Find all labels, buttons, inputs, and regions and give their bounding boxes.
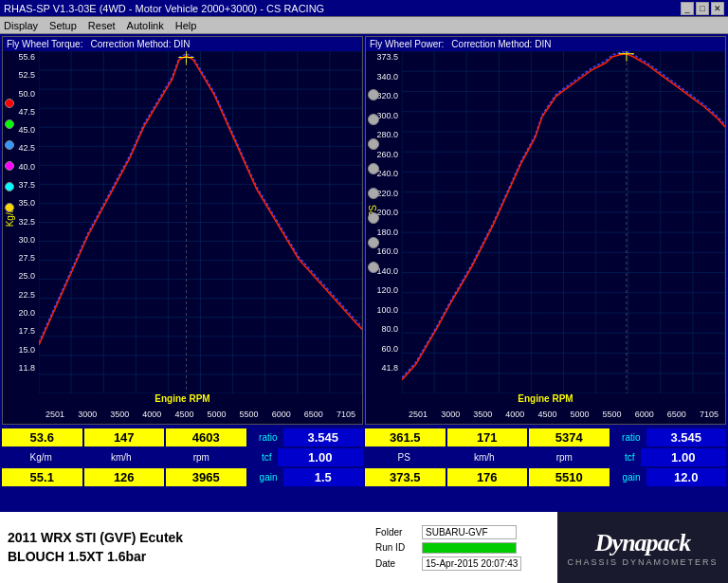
- power-chart-area: 373.5 340.0 320.0 300.0 280.0 260.0 240.…: [366, 51, 725, 393]
- power-peak: 373.5: [365, 468, 446, 486]
- power-dot-6: [368, 212, 379, 224]
- dot-magenta: [5, 161, 14, 171]
- left-data-row1: 53.6 147 4603 ratio 3.545: [2, 428, 363, 446]
- dot-blue: [5, 140, 14, 150]
- folder-label: Folder: [375, 527, 418, 537]
- power-correction: Correction Method: DIN: [451, 39, 551, 49]
- torque-chart: Fly Wheel Torque: Correction Method: DIN…: [2, 36, 363, 425]
- speed-peak-2: 176: [447, 468, 528, 486]
- power-x-axis: 2501 3000 3500 4000 4500 5000 5500 6000 …: [366, 405, 725, 424]
- car-title-line2: BLOUCH 1.5XT 1.6bar: [8, 548, 360, 567]
- power-dot-4: [368, 163, 379, 174]
- close-button[interactable]: ✕: [711, 2, 724, 15]
- right-data-row2: PS km/h rpm tcf 1.00: [365, 448, 726, 466]
- torque-unit-label: Kg/m: [2, 452, 81, 463]
- rpm-peak-1: 3965: [166, 468, 246, 486]
- tcf-label-right: tcf: [606, 452, 639, 463]
- tcf-value-left: 1.00: [278, 448, 364, 466]
- run-id-label: Run ID: [375, 542, 418, 553]
- torque-value: 53.6: [2, 428, 82, 446]
- dot-gold: [5, 203, 14, 212]
- torque-x-axis: 2501 3000 3500 4000 4500 5000 5500 6000 …: [3, 405, 362, 424]
- bottom-data-row: 53.6 147 4603 ratio 3.545 Kg/m km/h rpm …: [0, 427, 728, 512]
- speed-peak-1: 126: [84, 468, 165, 486]
- menu-display[interactable]: Display: [4, 20, 38, 31]
- menu-help[interactable]: Help: [175, 20, 197, 31]
- power-chart: Fly Wheel Power: Correction Method: DIN …: [365, 36, 726, 425]
- power-dot-8: [368, 262, 379, 273]
- power-dot-7: [368, 237, 379, 248]
- title-bar: RHAS-SP V1.3-03E (4WD - Motor Vehicle 20…: [0, 0, 728, 17]
- car-title-line1: 2011 WRX STI (GVF) Ecutek: [8, 529, 360, 548]
- torque-color-dots: [5, 99, 14, 212]
- torque-title: Fly Wheel Torque:: [7, 39, 82, 49]
- charts-row: Fly Wheel Torque: Correction Method: DIN…: [0, 34, 728, 427]
- speed-unit-label-1: km/h: [82, 452, 161, 463]
- menu-reset[interactable]: Reset: [88, 20, 116, 31]
- power-chart-header: Fly Wheel Power: Correction Method: DIN: [366, 37, 725, 51]
- right-data-row1: 361.5 171 5374 ratio 3.545: [365, 428, 726, 446]
- left-data-row3: 55.1 126 3965 gain 1.5: [2, 468, 363, 486]
- torque-correction: Correction Method: DIN: [90, 39, 190, 49]
- gain-value-right: 12.0: [646, 468, 727, 486]
- run-info: Folder SUBARU-GVF Run ID Date 15-Apr-201…: [368, 512, 557, 583]
- run-id-value: [422, 542, 517, 554]
- power-dot-1: [368, 89, 379, 100]
- power-title: Fly Wheel Power:: [370, 39, 444, 49]
- power-dot-2: [368, 114, 379, 125]
- power-dot-5: [368, 188, 379, 199]
- gain-label-right: gain: [611, 472, 645, 483]
- date-label: Date: [375, 558, 418, 569]
- speed-value-1: 147: [84, 428, 165, 446]
- app-title: RHAS-SP V1.3-03E (4WD - Motor Vehicle 20…: [4, 3, 324, 14]
- power-value: 361.5: [365, 428, 446, 446]
- rpm-peak-2: 5510: [529, 468, 610, 486]
- torque-chart-header: Fly Wheel Torque: Correction Method: DIN: [3, 37, 362, 51]
- main-content: Fly Wheel Torque: Correction Method: DIN…: [0, 34, 728, 583]
- left-data-row2: Kg/m km/h rpm tcf 1.00: [2, 448, 363, 466]
- dot-red: [5, 99, 14, 108]
- folder-field: Folder SUBARU-GVF: [375, 525, 550, 539]
- power-canvas: [402, 51, 725, 393]
- gain-label-left: gain: [248, 472, 282, 483]
- ratio-label-right: ratio: [611, 432, 645, 443]
- ratio-value-left: 3.545: [283, 428, 364, 446]
- ratio-label-left: ratio: [248, 432, 282, 443]
- run-id-field: Run ID: [375, 542, 550, 554]
- car-info: 2011 WRX STI (GVF) Ecutek BLOUCH 1.5XT 1…: [0, 512, 368, 583]
- tcf-label-left: tcf: [243, 452, 276, 463]
- speed-value-2: 171: [447, 428, 528, 446]
- minimize-button[interactable]: _: [681, 2, 694, 15]
- rpm-unit-label-2: rpm: [525, 452, 604, 463]
- rpm-value-2: 5374: [529, 428, 610, 446]
- menu-setup[interactable]: Setup: [49, 20, 77, 31]
- right-data-row3: 373.5 176 5510 gain 12.0: [365, 468, 726, 486]
- torque-chart-area: 55.6 52.5 50.0 47.5 45.0 42.5 40.0 37.5 …: [3, 51, 362, 393]
- power-unit-label: PS: [365, 452, 444, 463]
- window-controls[interactable]: _ □ ✕: [681, 2, 724, 15]
- dynapack-subtitle: CHASSIS DYNAMOMETERS: [567, 557, 718, 567]
- torque-canvas: [39, 51, 362, 393]
- menu-bar: Display Setup Reset Autolink Help: [0, 17, 728, 34]
- menu-autolink[interactable]: Autolink: [127, 20, 164, 31]
- power-x-title: Engine RPM: [366, 393, 725, 405]
- power-dot-3: [368, 138, 379, 150]
- rpm-value-1: 4603: [166, 428, 246, 446]
- torque-x-title: Engine RPM: [3, 393, 362, 405]
- dynapack-logo: Dynapack CHASSIS DYNAMOMETERS: [567, 529, 718, 567]
- dot-green: [5, 119, 14, 129]
- power-circle-indicators: [368, 89, 379, 273]
- right-data-panel: 361.5 171 5374 ratio 3.545 PS km/h rpm t…: [365, 428, 726, 510]
- dynapack-logo-area: Dynapack CHASSIS DYNAMOMETERS: [557, 512, 728, 583]
- info-row: 2011 WRX STI (GVF) Ecutek BLOUCH 1.5XT 1…: [0, 512, 728, 583]
- dynapack-name: Dynapack: [567, 529, 718, 557]
- folder-value: SUBARU-GVF: [422, 525, 517, 539]
- date-field: Date 15-Apr-2015 20:07:43: [375, 556, 550, 571]
- gain-value-left: 1.5: [283, 468, 364, 486]
- date-value: 15-Apr-2015 20:07:43: [422, 556, 521, 571]
- torque-peak: 55.1: [2, 468, 82, 486]
- rpm-unit-label-1: rpm: [162, 452, 241, 463]
- speed-unit-label-2: km/h: [446, 452, 524, 463]
- left-data-panel: 53.6 147 4603 ratio 3.545 Kg/m km/h rpm …: [2, 428, 363, 510]
- maximize-button[interactable]: □: [696, 2, 709, 15]
